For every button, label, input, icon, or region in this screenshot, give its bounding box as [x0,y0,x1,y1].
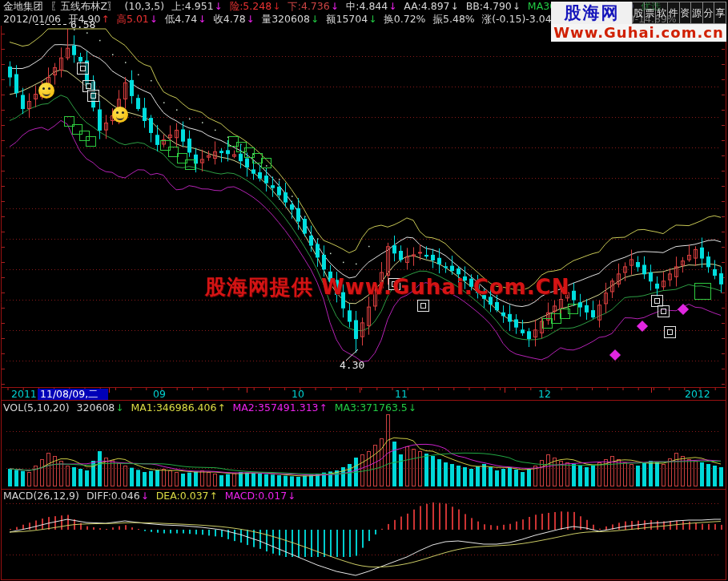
logo-slogan-char: 资 [679,2,692,24]
low-price-label: 4.30 [340,359,364,371]
buy-zone-square-icon [185,159,195,170]
pullback-box-icon [77,63,89,75]
logo-slogan-char: 票 [644,2,657,24]
buy-zone-square-icon [86,136,96,147]
last-candle-square-icon [694,283,711,300]
logo-slogan-char: 源 [690,2,703,24]
guhai-logo: 股海网 股票软件资源分享 Www.Guhai.com.cn [551,2,726,42]
logo-slogan: 股票软件资源分享 [633,2,726,24]
logo-top-row: 股海网 股票软件资源分享 [551,2,726,24]
buy-zone-square-icon [261,158,271,168]
selected-date-box[interactable]: 11/08/09,二 [38,389,108,400]
pullback-box-icon [658,305,670,317]
diamond-signal-icon [609,349,621,361]
smiley-signal-icon [38,83,54,99]
logo-url: Www.Guhai.com.cn [551,24,726,42]
pullback-box-icon [87,90,99,102]
logo-slogan-char: 软 [655,2,668,24]
high-price-label: 6.58 [70,18,95,30]
stock-chart-window: 6.584.30 金地集团〖五线布林Z〗(10,3,5)上:4.951↓险:5.… [0,0,728,581]
smiley-signal-icon [112,107,128,123]
diamond-signal-icon [637,321,648,332]
diamond-signal-icon [678,304,689,315]
logo-slogan-char: 股 [632,2,645,24]
logo-slogan-char: 分 [702,2,715,24]
watermark-text: 股海网提供 Www.Guhai.Com.CN [205,273,569,301]
buy-zone-square-icon [568,304,578,314]
logo-slogan-char: 件 [667,2,680,24]
logo-site-name: 股海网 [551,2,633,24]
pullback-box-icon [417,300,429,312]
pullback-box-icon [664,326,676,338]
logo-slogan-char: 享 [714,2,726,24]
